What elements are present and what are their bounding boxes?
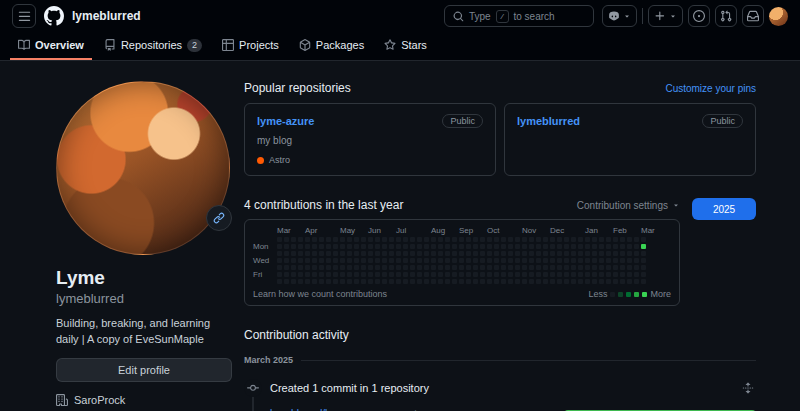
contribution-cell[interactable]: [550, 251, 555, 256]
contribution-cell[interactable]: [333, 258, 338, 263]
contribution-cell[interactable]: [277, 251, 282, 256]
contribution-cell[interactable]: [508, 244, 513, 249]
contribution-cell[interactable]: [522, 237, 527, 242]
contribution-cell[interactable]: [424, 237, 429, 242]
contribution-cell[interactable]: [368, 237, 373, 242]
contribution-cell[interactable]: [326, 279, 331, 284]
contribution-cell[interactable]: [445, 244, 450, 249]
contribution-cell[interactable]: [305, 237, 310, 242]
contribution-cell[interactable]: [347, 251, 352, 256]
contribution-cell[interactable]: [298, 251, 303, 256]
contribution-cell[interactable]: [508, 258, 513, 263]
contribution-cell[interactable]: [494, 258, 499, 263]
year-2025-button[interactable]: 2025: [692, 198, 756, 220]
contribution-cell[interactable]: [333, 251, 338, 256]
contribution-cell[interactable]: [291, 265, 296, 270]
contribution-cell[interactable]: [375, 251, 380, 256]
contribution-cell[interactable]: [473, 251, 478, 256]
contribution-cell[interactable]: [641, 265, 646, 270]
contribution-cell[interactable]: [536, 279, 541, 284]
contribution-cell[interactable]: [298, 272, 303, 277]
contribution-cell[interactable]: [410, 237, 415, 242]
contribution-cell[interactable]: [417, 272, 422, 277]
contribution-cell[interactable]: [515, 237, 520, 242]
contribution-cell[interactable]: [501, 244, 506, 249]
contribution-cell[interactable]: [375, 258, 380, 263]
contribution-cell[interactable]: [312, 258, 317, 263]
contribution-cell[interactable]: [319, 279, 324, 284]
contribution-cell[interactable]: [522, 272, 527, 277]
contribution-cell[interactable]: [515, 244, 520, 249]
contribution-cell[interactable]: [319, 251, 324, 256]
create-new-button[interactable]: [648, 5, 683, 27]
contribution-cell[interactable]: [438, 244, 443, 249]
contribution-cell[interactable]: [319, 272, 324, 277]
contribution-cell[interactable]: [564, 265, 569, 270]
contribution-cell[interactable]: [326, 251, 331, 256]
contribution-cell[interactable]: [361, 265, 366, 270]
contribution-cell[interactable]: [375, 279, 380, 284]
contribution-cell[interactable]: [585, 279, 590, 284]
contribution-cell[interactable]: [368, 265, 373, 270]
contribution-cell[interactable]: [620, 251, 625, 256]
contribution-cell[interactable]: [340, 265, 345, 270]
contribution-cell[interactable]: [410, 265, 415, 270]
contribution-cell[interactable]: [606, 272, 611, 277]
contribution-cell[interactable]: [543, 237, 548, 242]
contribution-cell[interactable]: [396, 251, 401, 256]
contribution-cell[interactable]: [298, 244, 303, 249]
contribution-cell[interactable]: [557, 279, 562, 284]
contribution-cell[interactable]: [431, 244, 436, 249]
contribution-cell[interactable]: [473, 237, 478, 242]
contribution-cell[interactable]: [592, 279, 597, 284]
contribution-cell[interactable]: [501, 272, 506, 277]
contribution-cell[interactable]: [431, 251, 436, 256]
contribution-cell[interactable]: [571, 265, 576, 270]
contribution-cell[interactable]: [550, 258, 555, 263]
contribution-cell[interactable]: [634, 272, 639, 277]
contribution-cell[interactable]: [634, 244, 639, 249]
contribution-cell[interactable]: [550, 279, 555, 284]
contribution-cell[interactable]: [431, 272, 436, 277]
contribution-cell[interactable]: [410, 272, 415, 277]
contribution-cell[interactable]: [578, 265, 583, 270]
pull-requests-button[interactable]: [715, 5, 737, 27]
contribution-cell[interactable]: [501, 251, 506, 256]
contribution-cell[interactable]: [480, 272, 485, 277]
contribution-cell[interactable]: [627, 265, 632, 270]
contribution-cell[interactable]: [522, 244, 527, 249]
contribution-cell[interactable]: [543, 272, 548, 277]
contribution-cell[interactable]: [599, 272, 604, 277]
contribution-cell[interactable]: [410, 258, 415, 263]
contribution-cell[interactable]: [403, 251, 408, 256]
contribution-cell[interactable]: [452, 272, 457, 277]
contribution-cell[interactable]: [585, 251, 590, 256]
contribution-cell[interactable]: [613, 265, 618, 270]
contribution-cell[interactable]: [452, 244, 457, 249]
contribution-cell[interactable]: [641, 237, 646, 242]
contribution-cell[interactable]: [529, 279, 534, 284]
contribution-cell[interactable]: [529, 244, 534, 249]
contribution-cell[interactable]: [354, 251, 359, 256]
contribution-cell[interactable]: [389, 279, 394, 284]
contribution-cell[interactable]: [613, 272, 618, 277]
contribution-cell[interactable]: [354, 279, 359, 284]
contribution-cell[interactable]: [522, 265, 527, 270]
contribution-cell[interactable]: [466, 258, 471, 263]
contribution-cell[interactable]: [368, 258, 373, 263]
contribution-cell[interactable]: [396, 279, 401, 284]
contribution-cell[interactable]: [641, 272, 646, 277]
global-search-input[interactable]: Type / to search: [444, 5, 594, 27]
contribution-cell[interactable]: [557, 244, 562, 249]
contribution-cell[interactable]: [291, 251, 296, 256]
contribution-cell[interactable]: [340, 237, 345, 242]
contribution-cell[interactable]: [473, 258, 478, 263]
github-logo-icon[interactable]: [44, 6, 64, 26]
repo-name-link[interactable]: lyme-azure: [257, 115, 314, 127]
contribution-cell[interactable]: [620, 265, 625, 270]
contribution-cell[interactable]: [291, 237, 296, 242]
contribution-cell[interactable]: [606, 244, 611, 249]
contribution-cell[interactable]: [403, 258, 408, 263]
contribution-cell[interactable]: [389, 272, 394, 277]
contribution-cell[interactable]: [508, 237, 513, 242]
